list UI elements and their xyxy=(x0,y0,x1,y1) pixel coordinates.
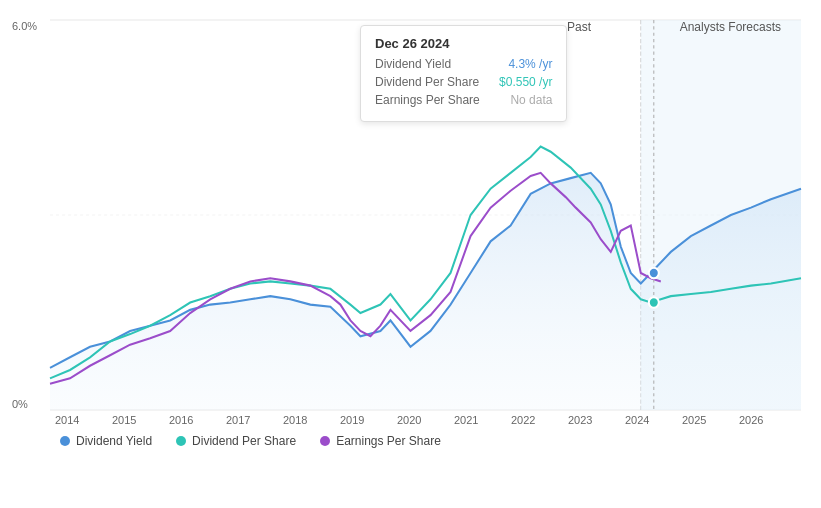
svg-point-6 xyxy=(649,268,659,279)
tooltip-value-2: No data xyxy=(510,93,552,107)
x-label-2016: 2016 xyxy=(169,414,193,426)
tooltip-date: Dec 26 2024 xyxy=(375,36,552,51)
past-label: Past xyxy=(567,20,591,34)
legend-label-dividend-yield: Dividend Yield xyxy=(76,434,152,448)
x-axis: 2014 2015 2016 2017 2018 2019 2020 2021 … xyxy=(50,414,801,426)
svg-point-7 xyxy=(649,297,659,308)
forecast-label: Analysts Forecasts xyxy=(680,20,781,34)
x-label-2018: 2018 xyxy=(283,414,307,426)
x-label-2020: 2020 xyxy=(397,414,421,426)
legend-dot-teal xyxy=(176,436,186,446)
y-axis-top: 6.0% xyxy=(12,20,37,32)
x-label-2025: 2025 xyxy=(682,414,706,426)
legend-label-earnings-per-share: Earnings Per Share xyxy=(336,434,441,448)
x-label-2026: 2026 xyxy=(739,414,763,426)
x-label-2014: 2014 xyxy=(55,414,79,426)
tooltip-value-1: $0.550 /yr xyxy=(499,75,552,89)
tooltip-row-1: Dividend Per Share $0.550 /yr xyxy=(375,75,552,89)
tooltip-row-0: Dividend Yield 4.3% /yr xyxy=(375,57,552,71)
x-label-2015: 2015 xyxy=(112,414,136,426)
legend-item-dividend-per-share: Dividend Per Share xyxy=(176,434,296,448)
tooltip-label-1: Dividend Per Share xyxy=(375,75,479,89)
x-label-2024: 2024 xyxy=(625,414,649,426)
legend: Dividend Yield Dividend Per Share Earnin… xyxy=(50,434,801,448)
chart-container: Dec 26 2024 Dividend Yield 4.3% /yr Divi… xyxy=(0,0,821,508)
x-label-2022: 2022 xyxy=(511,414,535,426)
legend-item-earnings-per-share: Earnings Per Share xyxy=(320,434,441,448)
tooltip-label-0: Dividend Yield xyxy=(375,57,451,71)
chart-area: Dec 26 2024 Dividend Yield 4.3% /yr Divi… xyxy=(50,20,801,410)
x-label-2019: 2019 xyxy=(340,414,364,426)
y-axis-bottom: 0% xyxy=(12,398,28,410)
legend-dot-purple xyxy=(320,436,330,446)
tooltip-row-2: Earnings Per Share No data xyxy=(375,93,552,107)
legend-label-dividend-per-share: Dividend Per Share xyxy=(192,434,296,448)
x-label-2021: 2021 xyxy=(454,414,478,426)
x-label-2023: 2023 xyxy=(568,414,592,426)
legend-item-dividend-yield: Dividend Yield xyxy=(60,434,152,448)
tooltip-label-2: Earnings Per Share xyxy=(375,93,480,107)
x-label-2017: 2017 xyxy=(226,414,250,426)
tooltip-value-0: 4.3% /yr xyxy=(508,57,552,71)
tooltip: Dec 26 2024 Dividend Yield 4.3% /yr Divi… xyxy=(360,25,567,122)
legend-dot-blue xyxy=(60,436,70,446)
